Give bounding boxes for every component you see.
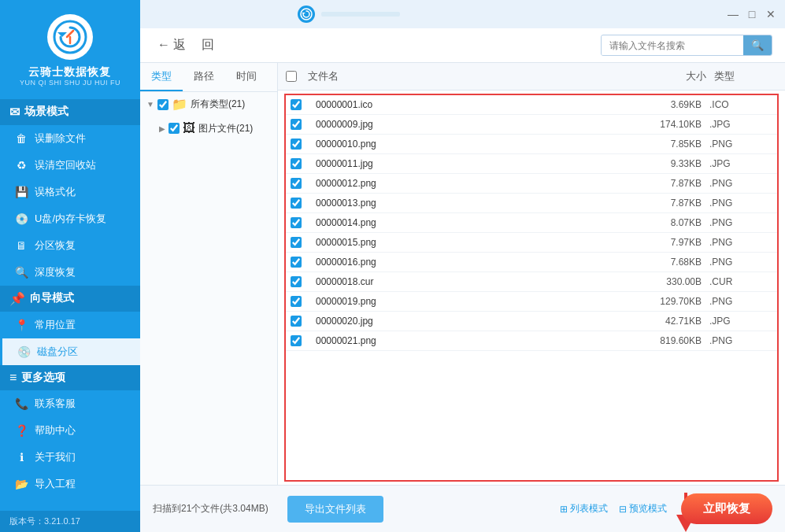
sidebar-item-deleted-files[interactable]: 🗑 误删除文件	[0, 125, 140, 152]
logo-circle	[47, 14, 93, 60]
logo-text: 云骑士数据恢复 YUN QI SHI SHU JU HUI FU	[20, 65, 120, 88]
file-checkbox[interactable]	[291, 257, 302, 268]
table-row: 00000009.jpg 174.10KB .JPG	[286, 115, 777, 135]
header-filename: 文件名	[308, 69, 635, 83]
recycle-bin-icon: ♻	[14, 158, 28, 172]
file-size: 819.60KB	[631, 335, 709, 346]
file-size: 330.00B	[631, 276, 709, 287]
file-size: 174.10KB	[631, 119, 709, 130]
file-checkbox[interactable]	[291, 119, 302, 130]
child-arrow: ▶	[159, 124, 165, 133]
export-button[interactable]: 导出文件列表	[287, 496, 383, 523]
file-name: 00000015.png	[313, 237, 631, 248]
file-size: 7.87KB	[631, 198, 709, 209]
bottom-right: ⊞ 列表模式 ⊟ 预览模式 立即恢复	[560, 493, 772, 524]
file-size: 7.87KB	[631, 178, 709, 189]
file-checkbox[interactable]	[291, 237, 302, 248]
logo-icon	[53, 20, 87, 54]
sidebar-item-disk-partition[interactable]: 💿 磁盘分区	[0, 338, 140, 365]
file-checkbox[interactable]	[291, 296, 302, 307]
guide-mode-header: 📌 向导模式	[0, 286, 140, 312]
file-checkbox[interactable]	[291, 335, 302, 346]
file-type: .JPG	[709, 119, 772, 130]
file-size: 8.07KB	[631, 217, 709, 228]
file-checkbox[interactable]	[291, 217, 302, 228]
help-icon: ❓	[14, 423, 28, 438]
file-name: 00000020.jpg	[313, 316, 631, 327]
maximize-button[interactable]: □	[746, 8, 758, 20]
titlebar-logo	[298, 6, 315, 23]
file-checkbox[interactable]	[291, 139, 302, 150]
toolbar: ← 返 回 🔍	[140, 28, 785, 63]
file-checkbox[interactable]	[291, 276, 302, 287]
titlebar-window-name	[321, 12, 400, 17]
search-button[interactable]: 🔍	[743, 35, 772, 55]
file-checkbox[interactable]	[291, 178, 302, 189]
images-checkbox[interactable]	[168, 123, 180, 134]
sidebar-item-recycle-bin[interactable]: ♻ 误清空回收站	[0, 152, 140, 179]
table-row: 00000021.png 819.60KB .PNG	[286, 331, 777, 351]
table-row: 00000020.jpg 42.71KB .JPG	[286, 312, 777, 331]
file-name: 00000021.png	[313, 335, 631, 346]
restore-button[interactable]: 立即恢复	[681, 493, 772, 524]
format-icon: 💾	[14, 185, 28, 199]
file-checkbox[interactable]	[291, 158, 302, 169]
sidebar-item-usb-recovery[interactable]: 💿 U盘/内存卡恢复	[0, 205, 140, 232]
minimize-button[interactable]: —	[727, 8, 739, 20]
tab-type[interactable]: 类型	[140, 63, 183, 91]
sidebar-item-format[interactable]: 💾 误格式化	[0, 179, 140, 205]
file-checkbox[interactable]	[291, 198, 302, 209]
header-size: 大小	[635, 69, 714, 83]
file-panel: 文件名 大小 类型 00000001.ico 3.69KB .ICO 00000…	[278, 63, 785, 485]
tree-node-images[interactable]: ▶ 🖼 图片文件(21)	[140, 116, 277, 140]
sidebar: 云骑士数据恢复 YUN QI SHI SHU JU HUI FU ✉ 场景模式 …	[0, 0, 140, 532]
table-row: 00000014.png 8.07KB .PNG	[286, 213, 777, 233]
image-icon: 🖼	[183, 121, 195, 135]
sidebar-item-about[interactable]: ℹ 关于我们	[0, 444, 140, 471]
partition-icon: 🖥	[14, 238, 28, 253]
file-name: 00000018.cur	[313, 276, 631, 287]
file-checkbox[interactable]	[291, 99, 302, 110]
svg-marker-1	[57, 32, 67, 37]
table-row: 00000018.cur 330.00B .CUR	[286, 272, 777, 292]
file-type: .JPG	[709, 316, 772, 327]
file-name: 00000016.png	[313, 257, 631, 268]
file-list: 00000001.ico 3.69KB .ICO 00000009.jpg 17…	[284, 94, 779, 482]
table-row: 00000001.ico 3.69KB .ICO	[286, 95, 777, 115]
sidebar-item-partition[interactable]: 🖥 分区恢复	[0, 232, 140, 259]
file-type: .ICO	[709, 99, 772, 110]
sidebar-item-deep-recovery[interactable]: 🔍 深度恢复	[0, 259, 140, 286]
tab-path[interactable]: 路径	[183, 63, 225, 91]
sidebar-item-common-location[interactable]: 📍 常用位置	[0, 312, 140, 338]
tab-time[interactable]: 时间	[225, 63, 268, 91]
list-view-button[interactable]: ⊞ 列表模式	[560, 502, 608, 515]
titlebar: — □ ✕	[140, 0, 785, 28]
sidebar-item-help[interactable]: ❓ 帮助中心	[0, 417, 140, 444]
sidebar-item-import[interactable]: 📂 导入工程	[0, 471, 140, 497]
close-button[interactable]: ✕	[765, 8, 777, 20]
file-name: 00000011.jpg	[313, 158, 631, 169]
file-type: .PNG	[709, 217, 772, 228]
file-size: 129.70KB	[631, 296, 709, 307]
logo-area: 云骑士数据恢复 YUN QI SHI SHU JU HUI FU	[0, 0, 140, 99]
bottom-bar: 扫描到21个文件(共3.04MB) 导出文件列表 ⊞ 列表模式 ⊟ 预览模式	[140, 485, 785, 532]
tree-node-all-types[interactable]: ▼ 📁 所有类型(21)	[140, 92, 277, 116]
file-name: 00000012.png	[313, 178, 631, 189]
about-icon: ℹ	[14, 450, 28, 464]
all-types-checkbox[interactable]	[157, 99, 168, 110]
back-button[interactable]: ← 返	[153, 34, 191, 57]
list-view-icon: ⊞	[560, 504, 568, 515]
file-type: .PNG	[709, 257, 772, 268]
forward-button[interactable]: 回	[197, 34, 219, 57]
sidebar-item-contact[interactable]: 📞 联系客服	[0, 390, 140, 417]
file-checkbox[interactable]	[291, 316, 302, 327]
file-table-header: 文件名 大小 类型	[278, 63, 785, 91]
import-icon: 📂	[14, 477, 28, 491]
select-all-checkbox[interactable]	[286, 71, 297, 82]
preview-view-button[interactable]: ⊟ 预览模式	[619, 502, 667, 515]
search-input[interactable]	[602, 36, 743, 55]
view-controls: ⊞ 列表模式 ⊟ 预览模式	[560, 502, 667, 515]
contact-icon: 📞	[14, 397, 28, 411]
table-row: 00000019.png 129.70KB .PNG	[286, 292, 777, 312]
file-type: .JPG	[709, 158, 772, 169]
